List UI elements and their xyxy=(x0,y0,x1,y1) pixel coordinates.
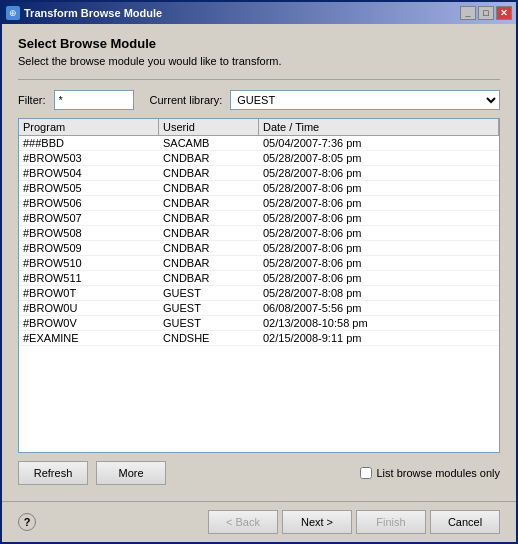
next-button[interactable]: Next > xyxy=(282,510,352,534)
cell-program: #BROW505 xyxy=(19,181,159,195)
cell-userid: CNDBAR xyxy=(159,256,259,270)
cell-userid: GUEST xyxy=(159,301,259,315)
cell-program: #BROW511 xyxy=(19,271,159,285)
cell-userid: CNDBAR xyxy=(159,211,259,225)
cell-datetime: 06/08/2007-5:56 pm xyxy=(259,301,499,315)
cell-userid: CNDBAR xyxy=(159,196,259,210)
cell-program: #BROW0T xyxy=(19,286,159,300)
column-header-userid: Userid xyxy=(159,119,259,135)
help-button[interactable]: ? xyxy=(18,513,36,531)
table-row[interactable]: #BROW504CNDBAR05/28/2007-8:06 pm xyxy=(19,166,499,181)
list-browse-modules-label: List browse modules only xyxy=(376,467,500,479)
section-title: Select Browse Module xyxy=(18,36,500,51)
dialog-content: Select Browse Module Select the browse m… xyxy=(2,24,516,501)
actions-row: Refresh More List browse modules only xyxy=(18,461,500,485)
cell-program: #BROW504 xyxy=(19,166,159,180)
table-row[interactable]: #BROW505CNDBAR05/28/2007-8:06 pm xyxy=(19,181,499,196)
filter-input[interactable] xyxy=(54,90,134,110)
cell-userid: SACAMB xyxy=(159,136,259,150)
cell-userid: GUEST xyxy=(159,286,259,300)
cell-datetime: 05/28/2007-8:06 pm xyxy=(259,181,499,195)
cell-datetime: 05/04/2007-7:36 pm xyxy=(259,136,499,150)
table-row[interactable]: #BROW507CNDBAR05/28/2007-8:06 pm xyxy=(19,211,499,226)
cell-program: #BROW0U xyxy=(19,301,159,315)
table-row[interactable]: #BROW0TGUEST05/28/2007-8:08 pm xyxy=(19,286,499,301)
finish-button[interactable]: Finish xyxy=(356,510,426,534)
table-row[interactable]: #BROW508CNDBAR05/28/2007-8:06 pm xyxy=(19,226,499,241)
cell-datetime: 05/28/2007-8:06 pm xyxy=(259,226,499,240)
cell-program: #EXAMINE xyxy=(19,331,159,345)
table-row[interactable]: ###BBDSACAMB05/04/2007-7:36 pm xyxy=(19,136,499,151)
cell-program: #BROW0V xyxy=(19,316,159,330)
cell-userid: CNDBAR xyxy=(159,271,259,285)
table-row[interactable]: #BROW0UGUEST06/08/2007-5:56 pm xyxy=(19,301,499,316)
section-description: Select the browse module you would like … xyxy=(18,55,500,67)
title-bar: ⊕ Transform Browse Module _ □ ✕ xyxy=(2,2,516,24)
table-row[interactable]: #EXAMINECNDSHE02/15/2008-9:11 pm xyxy=(19,331,499,346)
table-row[interactable]: #BROW510CNDBAR05/28/2007-8:06 pm xyxy=(19,256,499,271)
program-table: Program Userid Date / Time ###BBDSACAMB0… xyxy=(18,118,500,453)
table-body[interactable]: ###BBDSACAMB05/04/2007-7:36 pm#BROW503CN… xyxy=(19,136,499,452)
table-row[interactable]: #BROW503CNDBAR05/28/2007-8:05 pm xyxy=(19,151,499,166)
table-header: Program Userid Date / Time xyxy=(19,119,499,136)
bottom-bar: ? < Back Next > Finish Cancel xyxy=(2,501,516,542)
cell-datetime: 05/28/2007-8:06 pm xyxy=(259,211,499,225)
list-browse-modules-checkbox[interactable] xyxy=(360,467,372,479)
cell-program: #BROW503 xyxy=(19,151,159,165)
cell-userid: GUEST xyxy=(159,316,259,330)
close-button[interactable]: ✕ xyxy=(496,6,512,20)
cell-datetime: 05/28/2007-8:06 pm xyxy=(259,166,499,180)
cell-program: #BROW509 xyxy=(19,241,159,255)
divider xyxy=(18,79,500,80)
cell-datetime: 05/28/2007-8:06 pm xyxy=(259,196,499,210)
cell-datetime: 05/28/2007-8:06 pm xyxy=(259,271,499,285)
library-label: Current library: xyxy=(150,94,223,106)
filter-label: Filter: xyxy=(18,94,46,106)
refresh-button[interactable]: Refresh xyxy=(18,461,88,485)
table-row[interactable]: #BROW509CNDBAR05/28/2007-8:06 pm xyxy=(19,241,499,256)
cell-userid: CNDBAR xyxy=(159,151,259,165)
checkbox-row: List browse modules only xyxy=(360,467,500,479)
table-row[interactable]: #BROW0VGUEST02/13/2008-10:58 pm xyxy=(19,316,499,331)
maximize-button[interactable]: □ xyxy=(478,6,494,20)
cell-program: #BROW506 xyxy=(19,196,159,210)
column-header-datetime: Date / Time xyxy=(259,119,499,135)
cell-datetime: 02/15/2008-9:11 pm xyxy=(259,331,499,345)
cell-userid: CNDBAR xyxy=(159,181,259,195)
cell-program: ###BBD xyxy=(19,136,159,150)
table-row[interactable]: #BROW506CNDBAR05/28/2007-8:06 pm xyxy=(19,196,499,211)
main-window: ⊕ Transform Browse Module _ □ ✕ Select B… xyxy=(0,0,518,544)
cell-userid: CNDSHE xyxy=(159,331,259,345)
cell-datetime: 05/28/2007-8:05 pm xyxy=(259,151,499,165)
cell-userid: CNDBAR xyxy=(159,166,259,180)
column-header-program: Program xyxy=(19,119,159,135)
nav-buttons: < Back Next > Finish Cancel xyxy=(208,510,500,534)
window-icon: ⊕ xyxy=(6,6,20,20)
window-title: Transform Browse Module xyxy=(24,7,162,19)
filter-row: Filter: Current library: GUEST xyxy=(18,90,500,110)
library-select[interactable]: GUEST xyxy=(230,90,500,110)
cell-datetime: 05/28/2007-8:06 pm xyxy=(259,241,499,255)
cell-userid: CNDBAR xyxy=(159,241,259,255)
table-row[interactable]: #BROW511CNDBAR05/28/2007-8:06 pm xyxy=(19,271,499,286)
back-button[interactable]: < Back xyxy=(208,510,278,534)
minimize-button[interactable]: _ xyxy=(460,6,476,20)
cell-program: #BROW508 xyxy=(19,226,159,240)
cell-datetime: 05/28/2007-8:08 pm xyxy=(259,286,499,300)
cell-program: #BROW510 xyxy=(19,256,159,270)
cell-program: #BROW507 xyxy=(19,211,159,225)
more-button[interactable]: More xyxy=(96,461,166,485)
cancel-button[interactable]: Cancel xyxy=(430,510,500,534)
cell-userid: CNDBAR xyxy=(159,226,259,240)
cell-datetime: 02/13/2008-10:58 pm xyxy=(259,316,499,330)
cell-datetime: 05/28/2007-8:06 pm xyxy=(259,256,499,270)
